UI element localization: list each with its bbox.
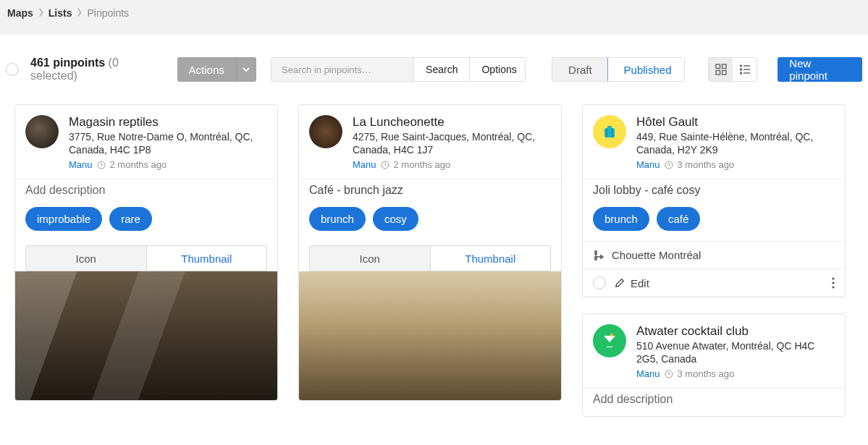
count-number: 461 [30,56,50,69]
svg-point-8 [740,72,741,74]
grid-view-icon[interactable] [709,58,733,81]
select-checkbox[interactable] [593,276,606,289]
timestamp: 2 months ago [394,159,451,170]
list-icon [593,250,604,261]
breadcrumb: Maps ❯ Lists ❯ Pinpoints [0,0,868,35]
svg-rect-13 [607,126,612,128]
view-mode-group [708,57,757,82]
tab-thumbnail[interactable]: Thumbnail [431,245,552,271]
pinpoint-card[interactable]: Hôtel Gault 449, Rue Sainte-Hélène, Mont… [582,104,846,297]
description-text[interactable]: Café - brunch jazz [299,179,561,207]
tag-pill[interactable]: rare [109,207,152,231]
pinpoint-title: La Luncheonette [353,115,551,130]
pinpoint-address: 3775, Rue Notre-Dame O, Montréal, QC, Ca… [69,131,267,156]
tags-row: improbable rare [15,207,277,241]
author-link[interactable]: Manu [636,159,660,170]
timestamp: 2 months ago [110,159,167,170]
count-noun: pinpoints [53,56,105,69]
tab-icon[interactable]: Icon [25,245,147,271]
thumbnail-tab-toggle: Icon Thumbnail [25,245,267,271]
tag-pill[interactable]: cosy [373,207,418,231]
thumbnail-image [15,271,277,400]
tag-pill[interactable]: brunch [593,207,649,231]
status-filter-group: Draft Published [552,57,685,82]
toolbar: 461 pinpoints (0 selected) Actions Searc… [0,35,868,104]
thumbnail-image [299,271,561,400]
svg-point-17 [832,277,834,279]
svg-rect-12 [604,128,615,137]
thumbnail-tab-toggle: Icon Thumbnail [309,245,551,271]
svg-point-19 [832,286,834,288]
svg-point-20 [610,334,613,336]
pinpoint-card[interactable]: La Luncheonette 4275, Rue Saint-Jacques,… [298,104,562,401]
clock-icon [665,370,673,378]
search-button[interactable]: Search [413,58,469,81]
pinpoint-avatar-icon [309,115,342,148]
description-text[interactable]: Joli lobby - café cosy [583,179,845,207]
tab-thumbnail[interactable]: Thumbnail [147,245,268,271]
clock-icon [665,161,673,169]
tab-icon[interactable]: Icon [309,245,431,271]
parent-list-row[interactable]: Chouette Montréal [583,241,845,268]
clock-icon [97,161,106,169]
tag-pill[interactable]: improbable [25,207,102,231]
author-link[interactable]: Manu [353,159,376,170]
svg-rect-0 [716,64,720,69]
svg-rect-3 [722,71,726,75]
svg-point-6 [740,69,741,70]
pinpoint-title: Hôtel Gault [636,115,835,130]
chevron-right-icon: ❯ [38,7,44,17]
tags-row: brunch cosy [299,207,561,241]
actions-button[interactable]: Actions [177,57,237,82]
new-pinpoint-button[interactable]: New pinpoint [778,57,862,82]
clock-icon [381,161,389,169]
crumb-maps[interactable]: Maps [7,7,33,19]
options-button[interactable]: Options [469,58,526,81]
search-input[interactable] [271,58,413,81]
crumb-pinpoints: Pinpoints [87,7,129,19]
suitcase-icon [593,115,626,148]
edit-button[interactable]: Edit [631,277,649,289]
svg-rect-2 [716,71,720,75]
count-label: 461 pinpoints (0 selected) [30,56,166,82]
select-all-checkbox[interactable] [6,63,19,76]
edit-row: Edit [583,268,845,297]
chevron-down-icon[interactable] [237,57,256,82]
cocktail-icon [593,324,626,357]
pinpoint-card[interactable]: Magasin reptiles 3775, Rue Notre-Dame O,… [14,104,278,401]
svg-rect-14 [607,128,608,137]
author-link[interactable]: Manu [636,368,660,379]
cards-grid: Magasin reptiles 3775, Rue Notre-Dame O,… [0,104,868,417]
description-text[interactable]: Add description [583,388,845,416]
pinpoint-avatar-icon [25,115,59,148]
author-link[interactable]: Manu [69,159,93,170]
timestamp: 3 months ago [678,368,735,379]
tags-row: brunch café [583,207,845,241]
timestamp: 3 months ago [678,159,735,170]
pinpoint-address: 449, Rue Sainte-Hélène, Montréal, QC, Ca… [636,131,835,156]
pinpoint-card[interactable]: Atwater cocktail club 510 Avenue Atwater… [582,313,846,417]
actions-dropdown[interactable]: Actions [177,57,257,82]
list-view-icon[interactable] [733,58,757,81]
svg-rect-1 [722,64,726,69]
more-menu-icon[interactable] [832,277,835,289]
crumb-lists[interactable]: Lists [49,7,72,19]
chevron-right-icon: ❯ [76,7,83,17]
pencil-icon [615,278,625,288]
pinpoint-address: 4275, Rue Saint-Jacques, Montréal, QC, C… [353,131,551,156]
tag-pill[interactable]: café [657,207,700,231]
pinpoint-title: Atwater cocktail club [636,324,835,339]
pinpoint-title: Magasin reptiles [69,115,267,130]
svg-rect-15 [612,128,613,137]
svg-point-4 [740,65,741,67]
parent-list-name: Chouette Montréal [612,249,701,261]
status-draft[interactable]: Draft [552,58,608,81]
tag-pill[interactable]: brunch [309,207,366,231]
pinpoint-address: 510 Avenue Atwater, Montréal, QC H4C 2G5… [636,340,835,365]
description-text[interactable]: Add description [15,179,277,207]
status-published[interactable]: Published [607,57,685,82]
svg-point-18 [832,281,834,284]
search-group: Search Options [271,57,526,82]
